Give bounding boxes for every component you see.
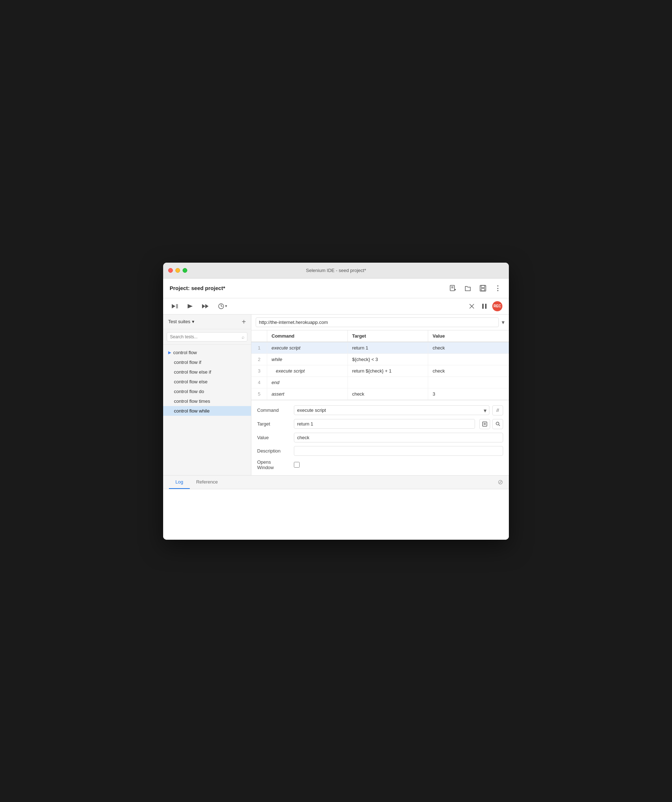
play-all-button[interactable] <box>200 302 212 310</box>
test-item-2[interactable]: control flow else <box>163 377 251 386</box>
target-input[interactable] <box>294 419 475 429</box>
save-project-button[interactable] <box>478 283 488 293</box>
value-label: Value <box>257 435 289 440</box>
value-row: Value <box>257 433 503 442</box>
opens-window-label: Opens Window <box>257 459 289 470</box>
table-row[interactable]: 1 execute script return 1 check <box>251 342 509 354</box>
target-select-button[interactable] <box>479 419 490 429</box>
toolbar-right: REC <box>467 301 502 311</box>
main-content: Test suites + ⌕ ▶ control flow control f… <box>163 315 509 475</box>
search-icon: ⌕ <box>242 334 244 340</box>
test-suites-dropdown[interactable]: Test suites <box>168 319 194 324</box>
svg-line-25 <box>498 425 500 426</box>
svg-marker-11 <box>187 304 193 309</box>
opens-window-checkbox-wrap <box>294 462 300 468</box>
description-input[interactable] <box>294 446 503 456</box>
suite-expand-icon: ▶ <box>168 350 171 355</box>
row-1-num: 1 <box>251 342 267 353</box>
col-num <box>251 330 267 341</box>
log-content <box>163 489 509 540</box>
project-header: Project: seed project* <box>163 278 509 298</box>
description-label: Description <box>257 448 289 454</box>
table-row[interactable]: 5 assert check 3 <box>251 388 509 400</box>
col-target: Target <box>348 330 428 341</box>
add-test-button[interactable]: + <box>242 318 246 325</box>
row-2-command: while <box>267 354 348 365</box>
col-value: Value <box>428 330 509 341</box>
tab-reference[interactable]: Reference <box>190 475 225 489</box>
target-icons <box>479 419 503 429</box>
minimize-button[interactable] <box>175 268 180 273</box>
bottom-tabs-container: Log Reference ⊘ <box>163 475 509 540</box>
url-input[interactable] <box>256 317 499 327</box>
record-button[interactable]: REC <box>492 301 502 311</box>
opens-window-row: Opens Window <box>257 459 503 470</box>
tab-log[interactable]: Log <box>169 475 190 489</box>
url-dropdown-button[interactable]: ▾ <box>502 319 504 326</box>
project-actions: ⋮ <box>447 283 502 294</box>
svg-marker-8 <box>172 304 175 309</box>
svg-rect-7 <box>481 289 485 291</box>
value-input[interactable] <box>294 433 503 442</box>
table-row[interactable]: 3 execute script return ${check} + 1 che… <box>251 365 509 377</box>
svg-marker-13 <box>205 304 208 309</box>
close-button[interactable] <box>168 268 173 273</box>
target-search-button[interactable] <box>492 419 503 429</box>
toolbar-left: ▾ <box>170 302 229 311</box>
row-4-value <box>428 377 509 388</box>
svg-point-24 <box>496 422 499 425</box>
command-table: Command Target Value 1 execute script re… <box>251 330 509 400</box>
more-options-button[interactable]: ⋮ <box>493 283 502 294</box>
window-title: Selenium IDE - seed project* <box>306 268 366 273</box>
clear-button[interactable] <box>467 302 477 311</box>
row-1-command: execute script <box>267 342 348 353</box>
row-2-target: ${check} < 3 <box>348 354 428 365</box>
main-toolbar: ▾ REC <box>163 298 509 315</box>
pause-button[interactable] <box>480 302 489 311</box>
search-input[interactable] <box>167 332 247 341</box>
url-bar: ▾ <box>251 315 509 330</box>
row-3-value: check <box>428 365 509 377</box>
test-item-1[interactable]: control flow else if <box>163 367 251 377</box>
play-button[interactable] <box>186 302 195 310</box>
step-button[interactable] <box>170 302 181 310</box>
sidebar: Test suites + ⌕ ▶ control flow control f… <box>163 315 251 475</box>
bottom-tabs-left: Log Reference <box>169 475 225 489</box>
command-row: Command execute script // <box>257 405 503 416</box>
row-5-value: 3 <box>428 388 509 399</box>
command-select[interactable]: execute script <box>294 405 489 415</box>
titlebar: Selenium IDE - seed project* <box>163 263 509 278</box>
right-panel: ▾ Command Target Value 1 execute script … <box>251 315 509 475</box>
svg-rect-20 <box>485 304 486 309</box>
open-project-button[interactable] <box>463 283 473 293</box>
row-1-target: return 1 <box>348 342 428 353</box>
test-item-3[interactable]: control flow do <box>163 386 251 396</box>
search-box: ⌕ <box>163 329 251 345</box>
command-comment-button[interactable]: // <box>492 405 503 416</box>
row-2-num: 2 <box>251 354 267 365</box>
svg-rect-19 <box>482 304 484 309</box>
svg-rect-6 <box>481 285 485 288</box>
description-row: Description <box>257 446 503 456</box>
target-label: Target <box>257 421 289 427</box>
command-select-wrap: execute script // <box>294 405 503 416</box>
row-3-command: execute script <box>267 365 348 377</box>
bottom-tabs: Log Reference ⊘ <box>163 475 509 489</box>
opens-window-checkbox[interactable] <box>294 462 300 468</box>
row-5-target: check <box>348 388 428 399</box>
suite-control-flow[interactable]: ▶ control flow <box>163 348 251 357</box>
test-item-0[interactable]: control flow if <box>163 357 251 367</box>
target-row: Target <box>257 419 503 429</box>
table-row[interactable]: 2 while ${check} < 3 <box>251 354 509 365</box>
test-item-5[interactable]: control flow while <box>163 406 251 416</box>
table-row[interactable]: 4 end <box>251 377 509 388</box>
speed-button[interactable]: ▾ <box>216 302 229 311</box>
new-project-button[interactable] <box>447 283 458 293</box>
row-2-value <box>428 354 509 365</box>
row-5-num: 5 <box>251 388 267 399</box>
command-label: Command <box>257 407 289 413</box>
maximize-button[interactable] <box>183 268 187 273</box>
project-title: Project: seed project* <box>170 285 225 291</box>
close-log-icon[interactable]: ⊘ <box>498 478 503 486</box>
test-item-4[interactable]: control flow times <box>163 396 251 406</box>
